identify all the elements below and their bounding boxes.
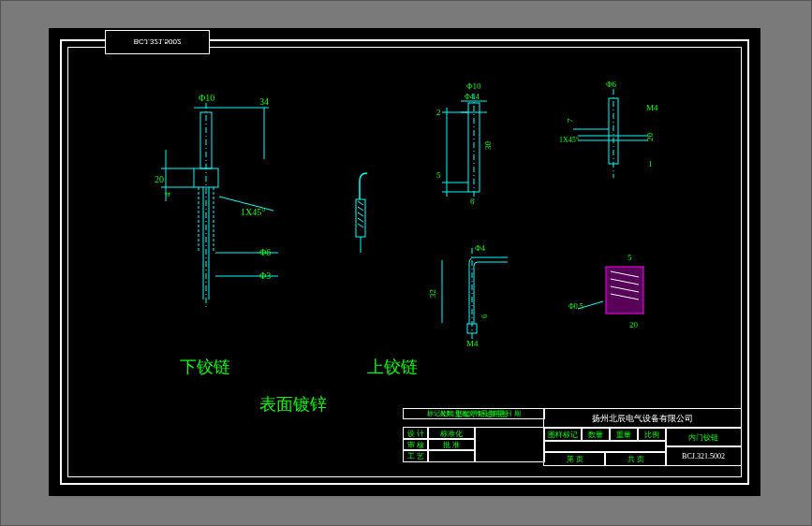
dim-mt-30: 30 — [483, 141, 493, 151]
dim-rt-7: 7 — [566, 118, 575, 123]
right-bot-view: 5 Φ0.5 20 — [568, 253, 643, 329]
dim-rt-d6: Φ6 — [606, 80, 617, 89]
tb-hdr-row: 标记处数 更改文件号 签 字 日 期 — [403, 408, 545, 419]
mid-top-view: Φ10 Φ4.4 2 30 5 6 — [436, 81, 493, 206]
dim-rt-20: 20 — [645, 133, 655, 142]
app-frame: BCJ.321.5002 Φ10 34 20 1X45° Φ6 Φ3 4 Φ10… — [0, 0, 812, 526]
dim-mb-m4: M4 — [466, 339, 479, 348]
dim-mt-d10: Φ10 — [466, 81, 481, 91]
center-hinge-iso — [356, 173, 367, 253]
dim-rt-m4: M4 — [646, 103, 658, 112]
dim-mt-44: Φ4.4 — [465, 93, 480, 101]
dim-mt-2: 2 — [436, 108, 441, 117]
dim-mb-6: 6 — [480, 314, 489, 318]
dim-rb-5: 5 — [627, 253, 632, 262]
tb-partname: 内门铰链 — [665, 427, 742, 447]
tb-page: 第 页 — [543, 451, 606, 466]
tb-total: 共 页 — [604, 451, 667, 466]
left-hinge-view: Φ10 34 20 1X45° Φ6 Φ3 4 — [155, 93, 278, 309]
title-block: XJ-1型端子箱通用图 扬州北辰电气设备有限公司 标记处数 更改文件号 签 字 … — [403, 408, 740, 475]
dim-mt-6: 6 — [470, 197, 475, 206]
label-surface: 表面镀锌 — [259, 393, 327, 416]
dim-rt-cham: 1X45° — [559, 136, 579, 144]
svg-text:4: 4 — [163, 192, 172, 197]
dim-20: 20 — [155, 174, 164, 184]
dim-mb-32: 32 — [428, 289, 437, 298]
dim-dia3: Φ3 — [259, 270, 271, 281]
dim-mt-5: 5 — [436, 170, 441, 180]
dim-rb-20: 20 — [629, 320, 639, 329]
tb-company: 扬州北辰电气设备有限公司 — [543, 408, 742, 429]
right-top-view: Φ6 M4 7 20 1X45° 1 — [559, 80, 658, 178]
dim-mb-d4: Φ4 — [475, 243, 486, 253]
mid-bot-view: Φ4 32 6 M4 — [428, 243, 508, 348]
tb-sign-area — [474, 427, 545, 462]
tb-dwgno: BCJ.321.5002 — [665, 446, 742, 466]
dim-rb-dia: Φ0.5 — [568, 302, 583, 311]
label-upper-hinge: 上铰链 — [367, 356, 418, 378]
dim-34: 34 — [259, 96, 269, 107]
drawing-canvas[interactable]: BCJ.321.5002 Φ10 34 20 1X45° Φ6 Φ3 4 Φ10… — [49, 28, 760, 496]
dim-dia6: Φ6 — [259, 247, 271, 257]
tb-proc: 工 艺 — [403, 449, 429, 462]
svg-rect-17 — [356, 199, 365, 237]
dim-chamfer-l: 1X45° — [241, 207, 265, 217]
dim-dia10: Φ10 — [199, 93, 214, 103]
dim-rt-1: 1 — [648, 159, 653, 168]
label-lower-hinge: 下铰链 — [180, 356, 230, 378]
